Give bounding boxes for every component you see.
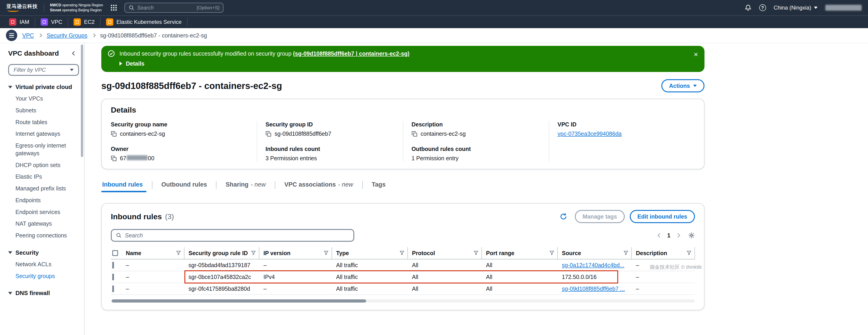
- row-checkbox[interactable]: [112, 262, 114, 268]
- aws-logo-text: 亚马逊云科技: [6, 4, 38, 9]
- preferences-gear-icon[interactable]: [688, 232, 695, 239]
- collapse-sidebar-icon[interactable]: [72, 51, 76, 56]
- filter-funnel-icon[interactable]: [471, 250, 478, 257]
- cell-rule-id: sgr-05bdad4fad1379187: [184, 262, 259, 268]
- cell-source-link[interactable]: sg-09d108f885dff6eb7 ...: [558, 286, 632, 292]
- filter-by-vpc-select[interactable]: Filter by VPC: [8, 64, 79, 76]
- sidebar-item-endpoint-services[interactable]: Endpoint services: [8, 206, 81, 218]
- cell-port-range: All: [482, 274, 558, 280]
- sidebar-section-header[interactable]: Virtual private cloud: [8, 83, 81, 91]
- global-search-input[interactable]: [137, 5, 194, 11]
- cell-protocol: All: [408, 262, 482, 268]
- vpc-service-icon: [41, 19, 48, 26]
- sidebar-section-header[interactable]: DNS firewall: [8, 290, 81, 297]
- sidebar-item-dhcp-option-sets[interactable]: DHCP option sets: [8, 159, 81, 171]
- row-checkbox[interactable]: [112, 274, 114, 280]
- side-nav-toggle-icon[interactable]: [6, 30, 17, 41]
- copy-icon[interactable]: [411, 131, 417, 137]
- inbound-rules-table: Name Security group rule ID IP version T…: [111, 247, 695, 295]
- notifications-bell-icon[interactable]: [745, 4, 751, 11]
- region-selector[interactable]: China (Ningxia): [774, 4, 817, 11]
- nav-divider: [43, 3, 44, 12]
- filter-funnel-icon[interactable]: [547, 250, 554, 257]
- favorite-label: Elastic Kubernetes Service: [117, 19, 182, 25]
- sidebar-item-nat-gateways[interactable]: NAT gateways: [8, 218, 81, 230]
- rules-search[interactable]: [111, 229, 354, 242]
- tab-sharing[interactable]: Sharing- new: [216, 179, 275, 192]
- global-search[interactable]: [Option+S]: [124, 3, 223, 13]
- sidebar-section-header[interactable]: Security: [8, 249, 81, 256]
- column-header-source: Source: [558, 247, 632, 259]
- sidebar-item-route-tables[interactable]: Route tables: [8, 116, 81, 128]
- tab-inbound-rules[interactable]: Inbound rules: [101, 179, 152, 192]
- copy-icon[interactable]: [111, 156, 117, 161]
- filter-by-vpc-placeholder: Filter by VPC: [13, 67, 45, 73]
- cell-ip-version: –: [259, 262, 332, 268]
- manage-tags-button[interactable]: Manage tags: [575, 210, 624, 223]
- favorite-iam[interactable]: IAM: [4, 18, 35, 26]
- breadcrumb-security-groups[interactable]: Security Groups: [46, 32, 87, 39]
- tab-vpc-associations[interactable]: VPC associations- new: [275, 179, 362, 192]
- filter-funnel-icon[interactable]: [397, 250, 404, 257]
- flash-details-toggle[interactable]: Details: [120, 60, 689, 68]
- favorite-eks[interactable]: Elastic Kubernetes Service: [101, 18, 188, 26]
- cell-source-link[interactable]: sg-0a12c1740ad4c4bd...: [558, 262, 632, 268]
- rules-search-input[interactable]: [125, 232, 349, 239]
- sidebar-item-egress-only-internet-gateways[interactable]: Egress-only internet gateways: [8, 140, 81, 159]
- filter-funnel-icon[interactable]: [248, 250, 256, 257]
- sidebar-item-security-groups[interactable]: Security groups: [8, 270, 81, 282]
- filter-funnel-icon[interactable]: [321, 250, 329, 257]
- sidebar-item-internet-gateways[interactable]: Internet gateways: [8, 128, 81, 140]
- vpc-id-link[interactable]: vpc-0735ea3ce994086da: [558, 131, 622, 137]
- triangle-down-icon: [8, 292, 12, 295]
- edit-inbound-rules-button[interactable]: Edit inbound rules: [630, 210, 695, 223]
- tab-tags[interactable]: Tags: [363, 179, 395, 192]
- next-page-icon[interactable]: [676, 233, 680, 238]
- sidebar-item-managed-prefix-lists[interactable]: Managed prefix lists: [8, 183, 81, 195]
- favorite-vpc[interactable]: VPC: [35, 18, 68, 26]
- sidebar-item-endpoints[interactable]: Endpoints: [8, 195, 81, 206]
- horizontal-scrollbar-thumb[interactable]: [112, 299, 366, 303]
- field-inbound-rules-count: Inbound rules count 3 Permission entries: [266, 146, 395, 162]
- previous-page-icon[interactable]: [657, 233, 662, 238]
- select-all-checkbox[interactable]: [112, 250, 118, 256]
- field-security-group-id: Security group ID sg-09d108f885dff6eb7: [266, 121, 395, 137]
- copy-icon[interactable]: [111, 131, 117, 137]
- favorite-ec2[interactable]: EC2: [68, 18, 101, 26]
- refresh-button[interactable]: [557, 210, 570, 223]
- cell-type: All traffic: [332, 286, 408, 292]
- cell-port-range: All: [482, 286, 558, 292]
- row-checkbox[interactable]: [112, 286, 114, 292]
- actions-button[interactable]: Actions: [661, 79, 705, 92]
- filter-funnel-icon[interactable]: [621, 250, 628, 257]
- table-row: – sgr-0fc4175895ba8280d – All traffic Al…: [111, 283, 695, 295]
- sidebar-section-security: Security Network ACLs Security groups: [8, 249, 81, 282]
- close-icon[interactable]: ×: [693, 51, 698, 58]
- favorite-label: EC2: [84, 19, 95, 25]
- sidebar-item-your-vpcs[interactable]: Your VPCs: [8, 93, 81, 105]
- services-grid-icon[interactable]: [111, 5, 117, 11]
- filter-funnel-icon[interactable]: [684, 250, 691, 257]
- filter-funnel-icon[interactable]: [174, 250, 181, 257]
- flash-sg-link[interactable]: (sg-09d108f885dff6eb7 | containers-ec2-s…: [293, 51, 409, 57]
- sidebar-scrollbar[interactable]: [81, 44, 83, 157]
- refresh-icon: [560, 213, 567, 220]
- search-icon: [128, 5, 134, 11]
- sidebar-item-peering-connections[interactable]: Peering connections: [8, 230, 81, 241]
- help-icon[interactable]: ?: [759, 4, 766, 11]
- account-menu-redacted[interactable]: [825, 5, 862, 11]
- tab-outbound-rules[interactable]: Outbound rules: [152, 179, 216, 192]
- success-check-icon: [107, 50, 115, 57]
- sidebar-item-subnets[interactable]: Subnets: [8, 105, 81, 116]
- watermark-text: 掘金技术社区 © thinktik: [650, 264, 702, 271]
- copy-icon[interactable]: [266, 131, 271, 137]
- page-number[interactable]: 1: [667, 232, 671, 239]
- aws-logo[interactable]: 亚马逊云科技: [6, 4, 38, 12]
- cell-port-range: All: [482, 262, 558, 268]
- horizontal-scrollbar-track: [111, 299, 695, 303]
- sidebar-item-network-acls[interactable]: Network ACLs: [8, 259, 81, 270]
- details-card: Details Security group name containers-e…: [101, 99, 705, 169]
- sidebar-item-elastic-ips[interactable]: Elastic IPs: [8, 171, 81, 183]
- main-content: Inbound security group rules successfull…: [85, 43, 868, 335]
- breadcrumb-vpc[interactable]: VPC: [22, 32, 34, 39]
